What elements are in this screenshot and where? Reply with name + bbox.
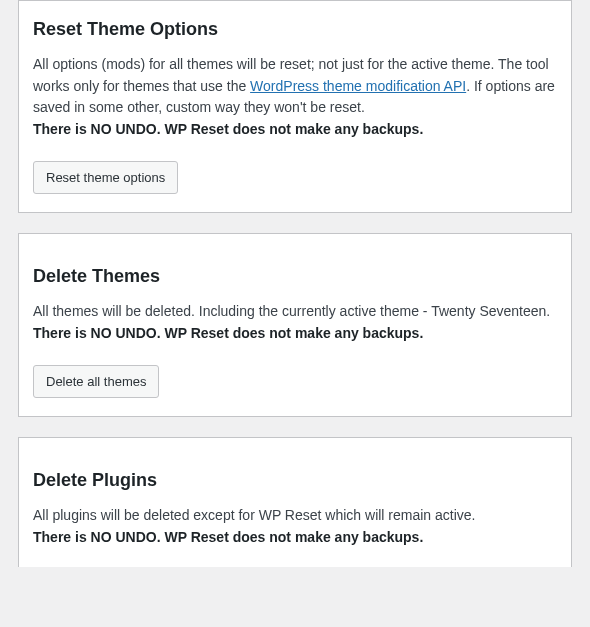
- reset-theme-options-button[interactable]: Reset theme options: [33, 161, 178, 195]
- delete-themes-card: Delete Themes All themes will be deleted…: [18, 233, 572, 417]
- delete-themes-desc-text: All themes will be deleted. Including th…: [33, 303, 550, 319]
- delete-plugins-card: Delete Plugins All plugins will be delet…: [18, 437, 572, 566]
- delete-plugins-heading: Delete Plugins: [33, 470, 557, 491]
- reset-theme-options-card: Reset Theme Options All options (mods) f…: [18, 0, 572, 213]
- reset-theme-options-warning: There is NO UNDO. WP Reset does not make…: [33, 121, 423, 137]
- delete-themes-description: All themes will be deleted. Including th…: [33, 301, 557, 344]
- wp-theme-mod-api-link[interactable]: WordPress theme modification API: [250, 78, 466, 94]
- delete-themes-warning: There is NO UNDO. WP Reset does not make…: [33, 325, 423, 341]
- reset-theme-options-description: All options (mods) for all themes will b…: [33, 54, 557, 141]
- delete-themes-heading: Delete Themes: [33, 266, 557, 287]
- delete-plugins-description: All plugins will be deleted except for W…: [33, 505, 557, 548]
- reset-theme-options-heading: Reset Theme Options: [33, 19, 557, 40]
- delete-all-themes-button[interactable]: Delete all themes: [33, 365, 159, 399]
- delete-plugins-warning: There is NO UNDO. WP Reset does not make…: [33, 529, 423, 545]
- delete-plugins-desc-text: All plugins will be deleted except for W…: [33, 507, 476, 523]
